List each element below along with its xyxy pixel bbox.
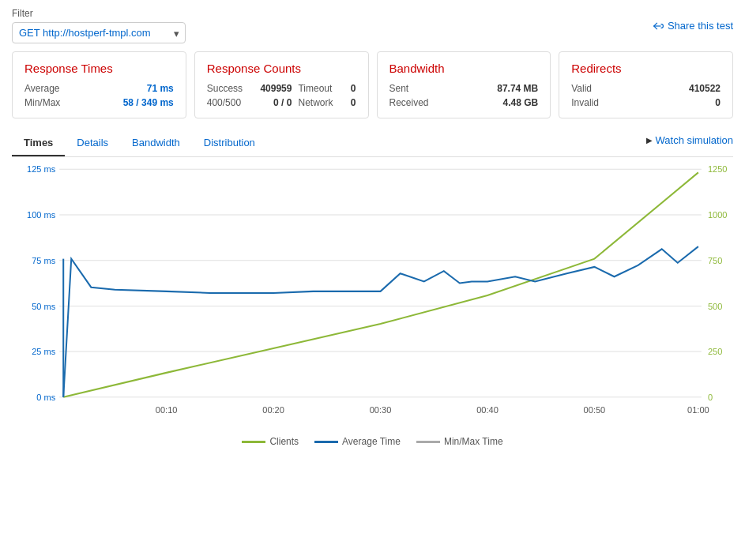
network-label: Network — [298, 97, 338, 108]
filter-wrapper: GET http://hostperf-tmpl.com — [12, 22, 186, 43]
watch-simulation-button[interactable]: ▶ Watch simulation — [646, 134, 734, 152]
svg-text:100 ms: 100 ms — [27, 210, 56, 220]
filter-section: Filter GET http://hostperf-tmpl.com — [12, 8, 186, 43]
svg-text:25 ms: 25 ms — [32, 347, 55, 356]
response-times-grid: Average 71 ms Min/Max 58 / 349 ms — [24, 83, 174, 108]
fivehundred-label: 400/500 — [207, 97, 249, 108]
tabs: Times Details Bandwidth Distribution — [12, 130, 267, 156]
share-icon — [653, 21, 664, 32]
response-counts-title: Response Counts — [207, 62, 356, 75]
bandwidth-card: Bandwidth Sent 87.74 MB Received 4.48 GB — [377, 51, 551, 118]
clients-label: Clients — [269, 436, 299, 447]
response-times-title: Response Times — [24, 62, 174, 75]
filter-select[interactable]: GET http://hostperf-tmpl.com — [12, 22, 186, 43]
timeout-label: Timeout — [298, 83, 338, 94]
legend-minmax-time: Min/Max Time — [416, 436, 503, 447]
svg-text:50 ms: 50 ms — [32, 301, 55, 310]
tab-details[interactable]: Details — [65, 130, 120, 156]
filter-label: Filter — [12, 8, 186, 19]
svg-text:1000: 1000 — [708, 210, 728, 220]
svg-text:00:10: 00:10 — [156, 405, 178, 415]
avg-time-color — [314, 441, 338, 443]
svg-text:00:30: 00:30 — [370, 405, 392, 415]
tab-distribution[interactable]: Distribution — [192, 130, 267, 156]
success-value: 409959 — [254, 83, 292, 94]
tab-times[interactable]: Times — [12, 130, 65, 156]
success-label: Success — [207, 83, 249, 94]
sent-value: 87.74 MB — [467, 83, 538, 94]
network-value: 0 — [345, 97, 356, 108]
invalid-label: Invalid — [571, 97, 640, 108]
received-label: Received — [389, 97, 459, 108]
share-link[interactable]: Share this test — [653, 20, 733, 32]
play-icon: ▶ — [646, 136, 653, 145]
tabs-row: Times Details Bandwidth Distribution ▶ W… — [12, 130, 733, 157]
svg-text:00:40: 00:40 — [476, 405, 499, 415]
svg-text:75 ms: 75 ms — [32, 256, 55, 265]
svg-text:125 ms: 125 ms — [27, 164, 56, 174]
average-value: 71 ms — [96, 83, 174, 94]
tab-bandwidth[interactable]: Bandwidth — [120, 130, 192, 156]
redirects-title: Redirects — [571, 62, 721, 75]
timeout-value: 0 — [345, 83, 356, 94]
stats-row: Response Times Average 71 ms Min/Max 58 … — [12, 51, 733, 118]
minmax-label: Min/Max — [24, 97, 88, 108]
invalid-value: 0 — [648, 97, 721, 108]
response-times-card: Response Times Average 71 ms Min/Max 58 … — [12, 51, 186, 118]
valid-label: Valid — [571, 83, 640, 94]
svg-text:0 ms: 0 ms — [36, 393, 55, 402]
sent-label: Sent — [389, 83, 459, 94]
legend-avg-time: Average Time — [314, 436, 401, 447]
received-value: 4.48 GB — [467, 97, 538, 108]
svg-text:0: 0 — [708, 393, 713, 402]
bandwidth-title: Bandwidth — [389, 62, 539, 75]
minmax-value: 58 / 349 ms — [96, 97, 174, 108]
response-counts-card: Response Counts Success 409959 Timeout 0… — [194, 51, 369, 118]
avg-time-label: Average Time — [342, 436, 401, 447]
svg-text:00:50: 00:50 — [584, 405, 606, 415]
fivehundred-value: 0 / 0 — [254, 97, 292, 108]
minmax-time-color — [416, 441, 440, 443]
valid-value: 410522 — [648, 83, 721, 94]
minmax-time-label: Min/Max Time — [444, 436, 503, 447]
redirects-card: Redirects Valid 410522 Invalid 0 — [559, 51, 733, 118]
response-counts-grid: Success 409959 Timeout 0 400/500 0 / 0 N… — [207, 83, 356, 108]
svg-text:1250: 1250 — [708, 164, 728, 174]
chart-svg: 125 ms 100 ms 75 ms 50 ms 25 ms 0 ms 125… — [12, 161, 733, 430]
svg-text:250: 250 — [708, 347, 722, 356]
svg-text:750: 750 — [708, 256, 722, 265]
svg-text:01:00: 01:00 — [687, 405, 709, 415]
clients-color — [242, 441, 265, 443]
average-label: Average — [24, 83, 88, 94]
page-header: Filter GET http://hostperf-tmpl.com Shar… — [12, 8, 733, 43]
chart-legend: Clients Average Time Min/Max Time — [12, 436, 733, 447]
redirects-grid: Valid 410522 Invalid 0 — [571, 83, 721, 108]
svg-text:500: 500 — [708, 301, 722, 310]
bandwidth-grid: Sent 87.74 MB Received 4.48 GB — [389, 83, 539, 108]
chart-container: 125 ms 100 ms 75 ms 50 ms 25 ms 0 ms 125… — [12, 161, 733, 430]
svg-text:00:20: 00:20 — [262, 405, 284, 415]
legend-clients: Clients — [242, 436, 299, 447]
